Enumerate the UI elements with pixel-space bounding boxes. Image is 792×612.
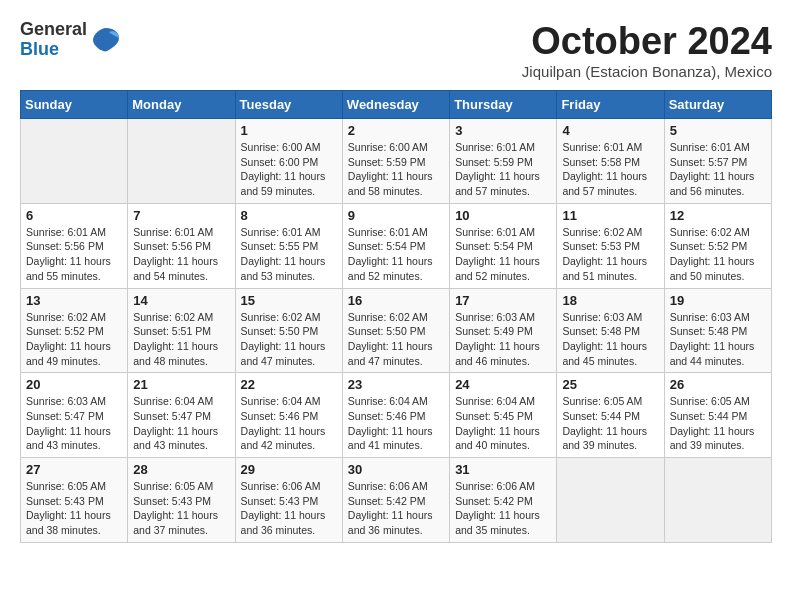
day-info: Sunrise: 6:00 AM Sunset: 6:00 PM Dayligh…	[241, 140, 337, 199]
calendar-cell: 24Sunrise: 6:04 AM Sunset: 5:45 PM Dayli…	[450, 373, 557, 458]
weekday-header: Monday	[128, 91, 235, 119]
page-header: General Blue October 2024 Jiquilpan (Est…	[20, 20, 772, 80]
day-number: 28	[133, 462, 229, 477]
calendar-cell: 16Sunrise: 6:02 AM Sunset: 5:50 PM Dayli…	[342, 288, 449, 373]
day-number: 17	[455, 293, 551, 308]
logo: General Blue	[20, 20, 121, 60]
day-number: 5	[670, 123, 766, 138]
day-info: Sunrise: 6:05 AM Sunset: 5:44 PM Dayligh…	[562, 394, 658, 453]
calendar-cell: 26Sunrise: 6:05 AM Sunset: 5:44 PM Dayli…	[664, 373, 771, 458]
calendar-cell: 12Sunrise: 6:02 AM Sunset: 5:52 PM Dayli…	[664, 203, 771, 288]
calendar-cell	[21, 119, 128, 204]
day-number: 18	[562, 293, 658, 308]
day-info: Sunrise: 6:02 AM Sunset: 5:50 PM Dayligh…	[241, 310, 337, 369]
day-info: Sunrise: 6:01 AM Sunset: 5:59 PM Dayligh…	[455, 140, 551, 199]
calendar-cell: 5Sunrise: 6:01 AM Sunset: 5:57 PM Daylig…	[664, 119, 771, 204]
day-number: 15	[241, 293, 337, 308]
day-info: Sunrise: 6:06 AM Sunset: 5:42 PM Dayligh…	[455, 479, 551, 538]
logo-general: General	[20, 20, 87, 40]
day-info: Sunrise: 6:03 AM Sunset: 5:47 PM Dayligh…	[26, 394, 122, 453]
calendar-cell: 18Sunrise: 6:03 AM Sunset: 5:48 PM Dayli…	[557, 288, 664, 373]
day-number: 16	[348, 293, 444, 308]
day-info: Sunrise: 6:02 AM Sunset: 5:52 PM Dayligh…	[26, 310, 122, 369]
day-info: Sunrise: 6:04 AM Sunset: 5:45 PM Dayligh…	[455, 394, 551, 453]
weekday-header: Friday	[557, 91, 664, 119]
day-number: 23	[348, 377, 444, 392]
calendar-cell: 8Sunrise: 6:01 AM Sunset: 5:55 PM Daylig…	[235, 203, 342, 288]
calendar-cell: 3Sunrise: 6:01 AM Sunset: 5:59 PM Daylig…	[450, 119, 557, 204]
calendar-cell: 15Sunrise: 6:02 AM Sunset: 5:50 PM Dayli…	[235, 288, 342, 373]
calendar-table: SundayMondayTuesdayWednesdayThursdayFrid…	[20, 90, 772, 543]
calendar-cell: 30Sunrise: 6:06 AM Sunset: 5:42 PM Dayli…	[342, 458, 449, 543]
day-number: 1	[241, 123, 337, 138]
day-number: 9	[348, 208, 444, 223]
calendar-cell: 14Sunrise: 6:02 AM Sunset: 5:51 PM Dayli…	[128, 288, 235, 373]
day-info: Sunrise: 6:01 AM Sunset: 5:56 PM Dayligh…	[133, 225, 229, 284]
weekday-header: Thursday	[450, 91, 557, 119]
day-number: 20	[26, 377, 122, 392]
day-number: 24	[455, 377, 551, 392]
day-info: Sunrise: 6:06 AM Sunset: 5:42 PM Dayligh…	[348, 479, 444, 538]
day-number: 31	[455, 462, 551, 477]
day-info: Sunrise: 6:04 AM Sunset: 5:46 PM Dayligh…	[241, 394, 337, 453]
title-block: October 2024 Jiquilpan (Estacion Bonanza…	[522, 20, 772, 80]
calendar-cell: 1Sunrise: 6:00 AM Sunset: 6:00 PM Daylig…	[235, 119, 342, 204]
calendar-cell: 27Sunrise: 6:05 AM Sunset: 5:43 PM Dayli…	[21, 458, 128, 543]
logo-bird-icon	[91, 26, 121, 54]
day-info: Sunrise: 6:01 AM Sunset: 5:56 PM Dayligh…	[26, 225, 122, 284]
calendar-cell: 10Sunrise: 6:01 AM Sunset: 5:54 PM Dayli…	[450, 203, 557, 288]
day-number: 27	[26, 462, 122, 477]
day-number: 21	[133, 377, 229, 392]
day-number: 22	[241, 377, 337, 392]
day-info: Sunrise: 6:01 AM Sunset: 5:54 PM Dayligh…	[348, 225, 444, 284]
calendar-week-row: 1Sunrise: 6:00 AM Sunset: 6:00 PM Daylig…	[21, 119, 772, 204]
month-title: October 2024	[522, 20, 772, 63]
calendar-week-row: 13Sunrise: 6:02 AM Sunset: 5:52 PM Dayli…	[21, 288, 772, 373]
day-info: Sunrise: 6:02 AM Sunset: 5:53 PM Dayligh…	[562, 225, 658, 284]
day-info: Sunrise: 6:03 AM Sunset: 5:48 PM Dayligh…	[562, 310, 658, 369]
calendar-cell: 7Sunrise: 6:01 AM Sunset: 5:56 PM Daylig…	[128, 203, 235, 288]
calendar-cell	[664, 458, 771, 543]
day-info: Sunrise: 6:01 AM Sunset: 5:54 PM Dayligh…	[455, 225, 551, 284]
calendar-week-row: 27Sunrise: 6:05 AM Sunset: 5:43 PM Dayli…	[21, 458, 772, 543]
day-number: 7	[133, 208, 229, 223]
day-number: 11	[562, 208, 658, 223]
calendar-cell: 9Sunrise: 6:01 AM Sunset: 5:54 PM Daylig…	[342, 203, 449, 288]
day-number: 26	[670, 377, 766, 392]
day-info: Sunrise: 6:02 AM Sunset: 5:50 PM Dayligh…	[348, 310, 444, 369]
day-number: 4	[562, 123, 658, 138]
day-number: 30	[348, 462, 444, 477]
calendar-week-row: 6Sunrise: 6:01 AM Sunset: 5:56 PM Daylig…	[21, 203, 772, 288]
day-info: Sunrise: 6:05 AM Sunset: 5:43 PM Dayligh…	[133, 479, 229, 538]
calendar-cell: 11Sunrise: 6:02 AM Sunset: 5:53 PM Dayli…	[557, 203, 664, 288]
day-info: Sunrise: 6:05 AM Sunset: 5:44 PM Dayligh…	[670, 394, 766, 453]
day-number: 19	[670, 293, 766, 308]
subtitle: Jiquilpan (Estacion Bonanza), Mexico	[522, 63, 772, 80]
calendar-cell: 6Sunrise: 6:01 AM Sunset: 5:56 PM Daylig…	[21, 203, 128, 288]
day-info: Sunrise: 6:04 AM Sunset: 5:46 PM Dayligh…	[348, 394, 444, 453]
calendar-cell: 19Sunrise: 6:03 AM Sunset: 5:48 PM Dayli…	[664, 288, 771, 373]
calendar-cell: 4Sunrise: 6:01 AM Sunset: 5:58 PM Daylig…	[557, 119, 664, 204]
day-info: Sunrise: 6:01 AM Sunset: 5:55 PM Dayligh…	[241, 225, 337, 284]
day-number: 10	[455, 208, 551, 223]
day-info: Sunrise: 6:05 AM Sunset: 5:43 PM Dayligh…	[26, 479, 122, 538]
calendar-cell: 31Sunrise: 6:06 AM Sunset: 5:42 PM Dayli…	[450, 458, 557, 543]
day-number: 6	[26, 208, 122, 223]
calendar-cell: 17Sunrise: 6:03 AM Sunset: 5:49 PM Dayli…	[450, 288, 557, 373]
calendar-cell	[128, 119, 235, 204]
calendar-cell: 13Sunrise: 6:02 AM Sunset: 5:52 PM Dayli…	[21, 288, 128, 373]
day-info: Sunrise: 6:02 AM Sunset: 5:51 PM Dayligh…	[133, 310, 229, 369]
day-info: Sunrise: 6:03 AM Sunset: 5:49 PM Dayligh…	[455, 310, 551, 369]
calendar-cell: 22Sunrise: 6:04 AM Sunset: 5:46 PM Dayli…	[235, 373, 342, 458]
calendar-cell: 28Sunrise: 6:05 AM Sunset: 5:43 PM Dayli…	[128, 458, 235, 543]
day-number: 12	[670, 208, 766, 223]
day-info: Sunrise: 6:01 AM Sunset: 5:58 PM Dayligh…	[562, 140, 658, 199]
calendar-cell: 23Sunrise: 6:04 AM Sunset: 5:46 PM Dayli…	[342, 373, 449, 458]
day-number: 2	[348, 123, 444, 138]
calendar-cell: 2Sunrise: 6:00 AM Sunset: 5:59 PM Daylig…	[342, 119, 449, 204]
weekday-header: Wednesday	[342, 91, 449, 119]
weekday-header: Sunday	[21, 91, 128, 119]
logo-blue: Blue	[20, 40, 87, 60]
calendar-cell	[557, 458, 664, 543]
day-info: Sunrise: 6:03 AM Sunset: 5:48 PM Dayligh…	[670, 310, 766, 369]
